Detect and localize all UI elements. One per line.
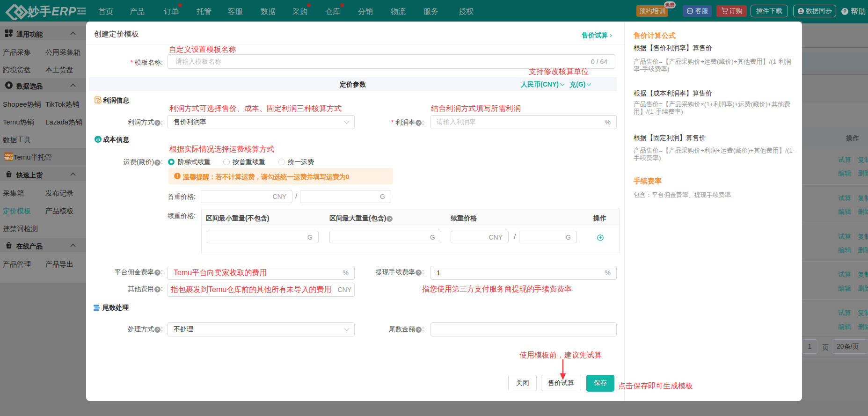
svg-text:ANJO: ANJO: [5, 153, 13, 156]
svg-text:TEMU: TEMU: [4, 157, 13, 160]
